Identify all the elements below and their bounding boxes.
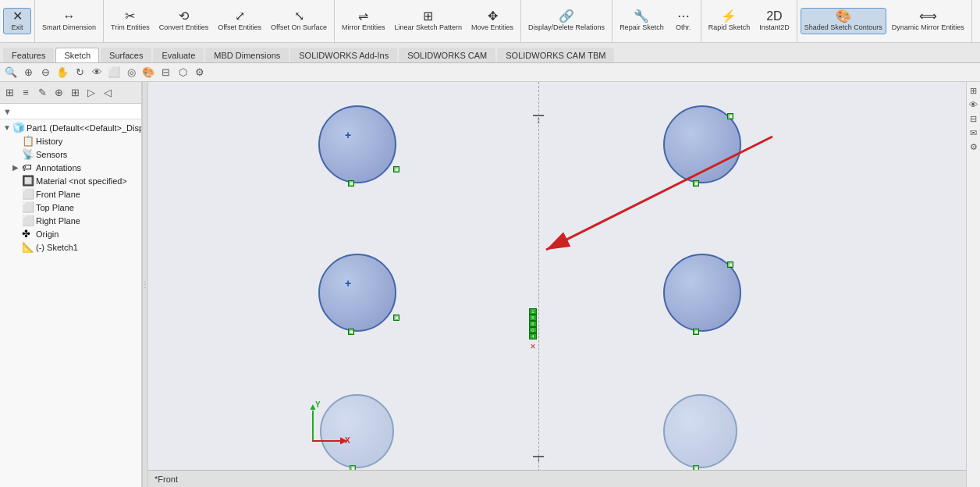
right-btn-1[interactable]: ⊞ xyxy=(968,85,979,96)
tree-label-sensors: Sensors xyxy=(36,150,67,159)
instant2d-button[interactable]: 2D Instant2D xyxy=(755,8,794,34)
trim-entities-button[interactable]: ✂ Trim Entities xyxy=(107,8,154,34)
zoom-fit-button[interactable]: 🔍 xyxy=(3,65,19,80)
y-label: Y xyxy=(315,400,321,409)
tree-arrow-part1: ▼ xyxy=(3,123,12,132)
rapid-sketch-button[interactable]: ⚡ Rapid Sketch xyxy=(705,8,755,34)
tree-item-front-plane[interactable]: ⬜ Front Plane xyxy=(0,187,141,201)
linear-sketch-label: Linear Sketch Pattern xyxy=(394,23,462,32)
sidebar-icon7[interactable]: ◁ xyxy=(100,85,115,101)
toolbar: ✕ Exit ↔ Smart Dimension ✂ Trim Entities… xyxy=(0,0,980,43)
canvas[interactable]: ↕ ↕ + ▣ ▣ ▣ ▣ + ▣ ▣ ▣ ▣ ▣ ▣ xyxy=(148,82,966,487)
repair-icon: 🔧 xyxy=(634,10,649,23)
circle-bot-right[interactable]: ▣ xyxy=(663,394,737,468)
tree-item-origin[interactable]: ✤ Origin xyxy=(0,227,141,240)
repair-sketch-button[interactable]: 🔧 Repair Sketch xyxy=(616,8,668,34)
offset-surface-icon: ⤡ xyxy=(294,10,304,23)
constraint-cluster: 1 5 6 0 4 × xyxy=(529,308,537,352)
plus-top-left: + xyxy=(345,129,351,141)
linear-sketch-icon: ⊞ xyxy=(423,10,433,23)
display-style-button[interactable]: ⬜ xyxy=(106,65,122,80)
nav-tabs: Features Sketch Surfaces Evaluate MBD Di… xyxy=(0,43,980,63)
right-btn-4[interactable]: ✉ xyxy=(968,127,979,138)
edit-appearance-button[interactable]: 🎨 xyxy=(140,65,156,80)
sidebar-icon5[interactable]: ⊞ xyxy=(67,85,83,101)
shaded-sketch-icon: 🎨 xyxy=(836,10,851,23)
move-label: Move Entities xyxy=(471,23,513,32)
pan-button[interactable]: ✋ xyxy=(55,65,70,80)
tree-item-right-plane[interactable]: ⬜ Right Plane xyxy=(0,214,141,227)
tree-item-material[interactable]: 🔲 Material <not specified> xyxy=(0,174,141,187)
tab-sketch[interactable]: Sketch xyxy=(55,48,99,62)
tab-cam[interactable]: SOLIDWORKS CAM xyxy=(399,48,495,62)
settings-button[interactable]: ⚙ xyxy=(192,65,208,80)
edit-group: ✂ Trim Entities ⟲ Convert Entities ⤢ Off… xyxy=(104,0,335,42)
rotate-button[interactable]: ↻ xyxy=(72,65,87,80)
display-delete-button[interactable]: 🔗 Display/Delete Relations xyxy=(524,8,609,34)
exit-button[interactable]: ✕ Exit xyxy=(3,8,31,34)
tree-label-top-plane: Top Plane xyxy=(36,203,74,212)
offset-label: Offset Entities xyxy=(218,23,261,32)
move-entities-button[interactable]: ✥ Move Entities xyxy=(467,8,517,34)
material-icon: 🔲 xyxy=(22,175,34,187)
right-btn-5[interactable]: ⚙ xyxy=(968,141,979,152)
circle-top-left[interactable]: + ▣ ▣ xyxy=(318,105,396,183)
top-plane-icon: ⬜ xyxy=(22,201,34,213)
x-label: X xyxy=(345,436,350,445)
tree-item-annotations[interactable]: ▶ 🏷 Annotations xyxy=(0,161,141,174)
tree-item-sketch1[interactable]: 📐 (-) Sketch1 xyxy=(0,240,141,254)
sidebar-icon1[interactable]: ⊞ xyxy=(2,85,17,101)
tree-label-right-plane: Right Plane xyxy=(36,216,80,226)
section-view-button[interactable]: ⊟ xyxy=(158,65,173,80)
sub-toolbar: 🔍 ⊕ ⊖ ✋ ↻ 👁 ⬜ ◎ 🎨 ⊟ ⬡ ⚙ xyxy=(0,63,980,82)
right-btn-2[interactable]: 👁 xyxy=(968,99,979,110)
display-delete-label: Display/Delete Relations xyxy=(528,23,605,32)
tab-features[interactable]: Features xyxy=(3,48,54,62)
sidebar-icon4[interactable]: ⊕ xyxy=(51,85,66,101)
zoom-out-button[interactable]: ⊖ xyxy=(37,65,53,80)
constraint-4: 0 xyxy=(529,327,537,333)
smart-dimension-button[interactable]: ↔ Smart Dimension xyxy=(38,8,100,34)
trim-icon: ✂ xyxy=(125,10,135,23)
sidebar-icon6[interactable]: ▷ xyxy=(83,85,99,101)
exit-icon: ✕ xyxy=(12,10,23,23)
sidebar-icon2[interactable]: ≡ xyxy=(18,85,34,101)
view-orientation-button[interactable]: ⬡ xyxy=(175,65,190,80)
marker-tr-1: ▣ xyxy=(727,113,733,119)
shaded-sketch-button[interactable]: 🎨 Shaded Sketch Contours xyxy=(801,8,886,34)
tab-surfaces[interactable]: Surfaces xyxy=(101,48,151,62)
convert-entities-button[interactable]: ⟲ Convert Entities xyxy=(155,8,213,34)
mirror-entities-button[interactable]: ⇌ Mirror Entities xyxy=(338,8,389,34)
tree-label-history: History xyxy=(36,137,62,146)
circle-bot-left[interactable]: ▣ xyxy=(320,394,394,468)
zoom-in-button[interactable]: ⊕ xyxy=(20,65,36,80)
offset-entities-button[interactable]: ⤢ Offset Entities xyxy=(214,8,265,34)
circle-mid-right[interactable]: ▣ ▣ xyxy=(663,254,741,332)
tree-item-sensors[interactable]: 📡 Sensors xyxy=(0,148,141,161)
tree-label-sketch1: (-) Sketch1 xyxy=(36,243,78,252)
tab-addins[interactable]: SOLIDWORKS Add-Ins xyxy=(290,48,397,62)
tree-item-part1[interactable]: ▼ 🧊 Part1 (Default<<Default>_Display S xyxy=(0,121,141,134)
tree-item-history[interactable]: 📋 History xyxy=(0,134,141,148)
view-select-button[interactable]: 👁 xyxy=(89,65,105,80)
tab-evaluate[interactable]: Evaluate xyxy=(153,48,204,62)
offset-surface-button[interactable]: ⤡ Offset On Surface xyxy=(267,8,331,34)
sidebar-toolbar: ⊞ ≡ ✎ ⊕ ⊞ ▷ ◁ xyxy=(0,82,141,104)
history-icon: 📋 xyxy=(22,135,34,147)
sidebar-icon3[interactable]: ✎ xyxy=(34,85,50,101)
smart-dimension-group: ↔ Smart Dimension xyxy=(35,0,104,42)
other-label: Othr. xyxy=(676,23,691,32)
right-btn-3[interactable]: ⊟ xyxy=(968,113,979,124)
tab-cam-tbm[interactable]: SOLIDWORKS CAM TBM xyxy=(497,48,614,62)
dynamic-mirror-button[interactable]: ⟺ Dynamic Mirror Entities xyxy=(888,8,968,34)
other-icon: ⋯ xyxy=(677,10,690,23)
annotations-icon: 🏷 xyxy=(22,162,34,173)
tree-item-top-plane[interactable]: ⬜ Top Plane xyxy=(0,201,141,214)
hide-show-button[interactable]: ◎ xyxy=(123,65,139,80)
tab-mbd[interactable]: MBD Dimensions xyxy=(205,48,289,62)
circle-top-right[interactable]: ▣ ▣ xyxy=(663,105,741,183)
other-button[interactable]: ⋯ Othr. xyxy=(669,8,698,34)
linear-sketch-button[interactable]: ⊞ Linear Sketch Pattern xyxy=(390,8,466,34)
resize-handle[interactable]: ⋮ xyxy=(142,82,148,487)
circle-mid-left[interactable]: + ▣ ▣ xyxy=(318,254,396,332)
